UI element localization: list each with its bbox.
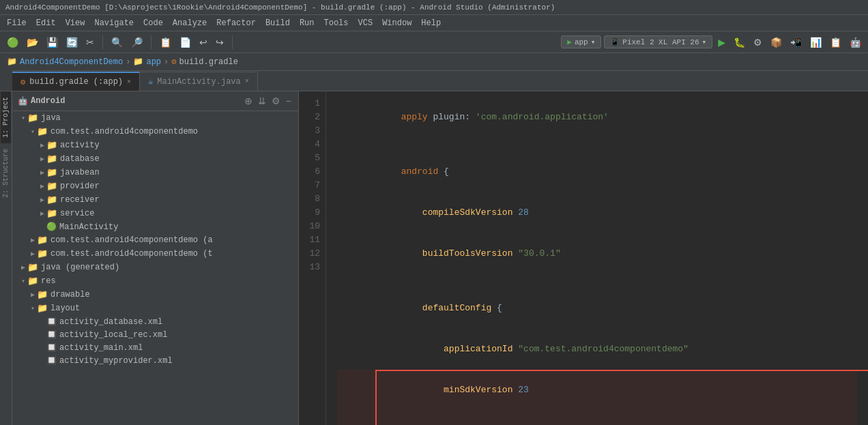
gear-icon[interactable]: ⚙ [270, 94, 282, 108]
tab-main-activity[interactable]: ☕ MainActivity.java × [140, 72, 258, 91]
editor-content: 1 2 3 4 5 6 7 8 9 10 11 12 13 [299, 91, 868, 425]
menu-edit[interactable]: Edit [32, 17, 60, 29]
ln-8: 8 [307, 192, 320, 206]
project-tab[interactable]: 1: Project [1, 91, 11, 143]
java-root-label: java [41, 113, 61, 123]
tree-xml-database[interactable]: ▶ 🔲 activity_database.xml [12, 315, 298, 328]
menu-file[interactable]: File [3, 17, 31, 29]
tab-main-activity-label: MainActivity.java [157, 77, 240, 87]
tree-drawable[interactable]: ▶ 📁 drawable [12, 288, 298, 302]
ln-4: 4 [307, 138, 320, 151]
tree-activity[interactable]: ▶ 📁 activity [12, 138, 298, 152]
ln-6: 6 [307, 165, 320, 179]
drawable-label: drawable [50, 290, 90, 299]
tree-receiver[interactable]: ▶ 📁 receiver [12, 193, 298, 207]
cut-button[interactable]: ✂ [83, 35, 97, 49]
device-config-selector[interactable]: 📱 Pixel 2 XL API 26 ▾ [604, 35, 712, 48]
save-button[interactable]: 💾 [44, 35, 61, 49]
menu-run[interactable]: Run [295, 17, 319, 29]
breadcrumb-project[interactable]: Android4ComponentDemo [20, 57, 123, 67]
menu-code[interactable]: Code [139, 17, 167, 29]
settings-button[interactable]: ⚙ [751, 35, 765, 49]
provider-folder-icon: 📁 [46, 181, 57, 192]
toolbar-sep-2 [151, 35, 151, 49]
javabean-arrow: ▶ [38, 168, 46, 177]
pkg-t-label: com.test.android4componentdemo (t [50, 249, 213, 259]
ln-9: 9 [307, 206, 320, 220]
pkg-a-arrow: ▶ [29, 236, 37, 244]
menu-navigate[interactable]: Navigate [90, 17, 138, 29]
avd-button[interactable]: 📲 [787, 35, 805, 49]
tree-pkg-t[interactable]: ▶ 📁 com.test.android4componentdemo (t [12, 247, 298, 261]
menu-refactor[interactable]: Refactor [212, 17, 260, 29]
code-line-4: compileSdkVersion 28 [337, 192, 857, 233]
tree-xml-myprovider[interactable]: ▶ 🔲 activity_myprovider.xml [12, 354, 298, 367]
close-tab-java[interactable]: × [245, 78, 249, 85]
run-button[interactable]: ▶ [715, 35, 728, 50]
minimize-sidebar-btn[interactable]: − [285, 94, 293, 108]
sync-button[interactable]: 🔄 [63, 35, 81, 49]
android-icon[interactable]: 🤖 [847, 35, 864, 49]
find-button[interactable]: 🔎 [128, 35, 145, 49]
tree-service[interactable]: ▶ 📁 service [12, 207, 298, 220]
tree-xml-main[interactable]: ▶ 🔲 activity_main.xml [12, 341, 298, 354]
profiler-button[interactable]: 📊 [807, 35, 824, 49]
receiver-folder-icon: 📁 [46, 194, 57, 205]
res-arrow: ▾ [19, 277, 27, 285]
provider-label: provider [60, 181, 100, 191]
close-tab-gradle[interactable]: × [127, 78, 131, 86]
menu-build[interactable]: Build [261, 17, 294, 29]
run-config-arrow: ▾ [591, 38, 596, 46]
undo-button[interactable]: ↩ [197, 35, 210, 49]
javabean-folder-icon: 📁 [46, 167, 57, 178]
sdk-button[interactable]: 📦 [768, 35, 785, 49]
breadcrumb: 📁 Android4ComponentDemo › 📁 app › ⚙ buil… [0, 53, 868, 71]
redo-button[interactable]: ↪ [213, 35, 227, 49]
menu-help[interactable]: Help [417, 17, 445, 29]
add-folder-btn[interactable]: ⊕ [243, 94, 254, 108]
menu-vcs[interactable]: VCS [354, 17, 377, 29]
ln-2: 2 [307, 111, 320, 124]
breadcrumb-file[interactable]: build.gradle [179, 57, 237, 67]
title-bar: Android4ComponentDemo [D:\Asprojects\1Ro… [0, 0, 868, 15]
code-line-2 [337, 138, 857, 151]
database-arrow: ▶ [38, 155, 46, 163]
menu-view[interactable]: View [61, 17, 89, 29]
event-log-button[interactable]: 📋 [827, 35, 844, 49]
tree-provider[interactable]: ▶ 📁 provider [12, 179, 298, 193]
run-config-selector[interactable]: ▶ app ▾ [561, 35, 601, 48]
pkg-main-label: com.test.android4componentdemo [50, 127, 198, 136]
collapse-all-btn[interactable]: ⇊ [257, 94, 267, 108]
tree-database[interactable]: ▶ 📁 database [12, 152, 298, 166]
sidebar-title: Android [31, 96, 240, 106]
debug-button[interactable]: 🐛 [731, 35, 748, 49]
paste-button[interactable]: 📄 [177, 35, 194, 49]
menu-tools[interactable]: Tools [320, 17, 353, 29]
tree-res[interactable]: ▾ 📁 res [12, 274, 298, 288]
tree-xml-local-rec[interactable]: ▶ 🔲 activity_local_rec.xml [12, 328, 298, 341]
tree-java-gen[interactable]: ▶ 📁 java (generated) [12, 261, 298, 274]
search-button[interactable]: 🔍 [108, 35, 126, 49]
xml-main-label: activity_main.xml [59, 343, 143, 353]
code-line-10: targetSdkVersion 28 [337, 411, 857, 425]
drawable-arrow: ▶ [29, 291, 37, 299]
tree-pkg-main[interactable]: ▾ 📁 com.test.android4componentdemo [12, 125, 298, 138]
structure-tab[interactable]: 2: Structure [1, 143, 11, 203]
tab-build-gradle[interactable]: ⚙ build.gradle (:app) × [12, 72, 140, 91]
ln-3: 3 [307, 124, 320, 138]
android-logo: 🤖 [18, 96, 28, 106]
code-area[interactable]: apply plugin: 'com.android.application' … [326, 91, 868, 425]
tree-pkg-a[interactable]: ▶ 📁 com.test.android4componentdemo (a [12, 233, 298, 247]
menu-analyze[interactable]: Analyze [169, 17, 211, 29]
tree-layout[interactable]: ▾ 📁 layout [12, 302, 298, 315]
tree-mainactivity[interactable]: ▶ 🟢 MainActivity [12, 220, 298, 233]
activity-label: activity [60, 141, 100, 150]
new-button[interactable]: 🟢 [4, 35, 21, 49]
menu-window[interactable]: Window [378, 17, 416, 29]
open-button[interactable]: 📂 [24, 35, 41, 49]
breadcrumb-module[interactable]: app [146, 57, 161, 67]
copy-button[interactable]: 📋 [157, 35, 174, 49]
tree-java-root[interactable]: ▾ 📁 java [12, 111, 298, 125]
tree-javabean[interactable]: ▶ 📁 javabean [12, 166, 298, 179]
javabean-label: javabean [60, 168, 100, 177]
